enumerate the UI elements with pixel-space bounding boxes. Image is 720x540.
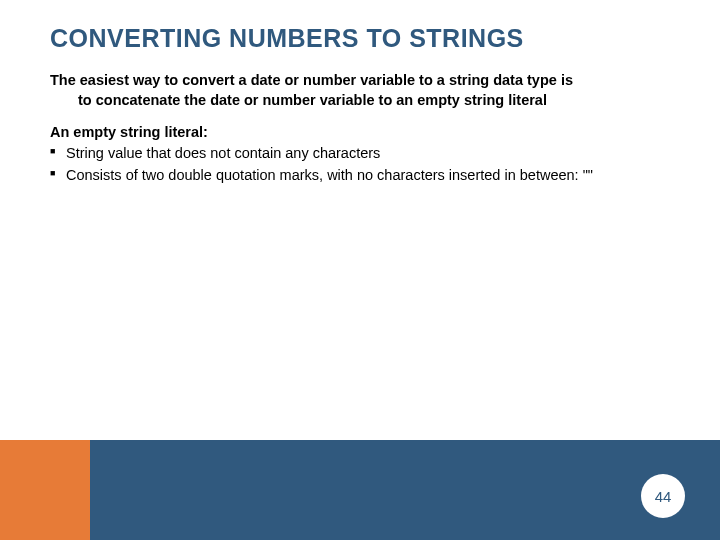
intro-paragraph: The easiest way to convert a date or num… xyxy=(50,71,670,110)
page-number-badge: 44 xyxy=(641,474,685,518)
footer-accent-orange xyxy=(0,440,90,540)
intro-line-2: to concatenate the date or number variab… xyxy=(50,91,670,111)
intro-line-1: The easiest way to convert a date or num… xyxy=(50,72,573,88)
list-item: String value that does not contain any c… xyxy=(50,144,670,164)
subheading: An empty string literal: xyxy=(50,124,670,140)
footer-accent-blue xyxy=(90,440,720,540)
slide-title: CONVERTING NUMBERS TO STRINGS xyxy=(50,24,670,53)
slide: CONVERTING NUMBERS TO STRINGS The easies… xyxy=(0,0,720,540)
list-item: Consists of two double quotation marks, … xyxy=(50,166,670,186)
page-number: 44 xyxy=(655,488,672,505)
footer-bar xyxy=(0,440,720,540)
bullet-list: String value that does not contain any c… xyxy=(50,144,670,185)
